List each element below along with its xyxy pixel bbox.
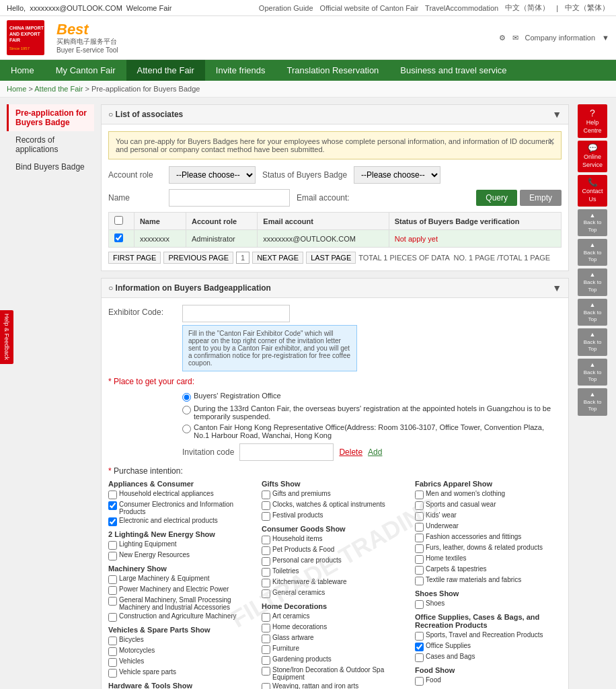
official-website-link[interactable]: Official website of Canton Fair — [320, 4, 419, 12]
sidebar-item-records[interactable]: Records of applications — [7, 131, 94, 158]
breadcrumb-home[interactable]: Home — [7, 85, 26, 93]
cb-textile-raw[interactable] — [415, 577, 424, 585]
cb-power-machinery[interactable] — [108, 586, 117, 595]
lang1-link[interactable]: 中文（简体） — [505, 3, 549, 13]
cb-consumer-electronics[interactable] — [108, 501, 117, 510]
cb-furs-leather[interactable] — [415, 544, 424, 553]
cb-toiletries[interactable] — [262, 568, 270, 577]
nav-my-canton-fair[interactable]: My Canton Fair — [45, 60, 126, 81]
cb-household-items[interactable] — [262, 536, 270, 544]
cb-household-electrical[interactable] — [108, 491, 117, 499]
contact-us-btn[interactable]: 📞 Contact Us — [578, 175, 607, 207]
cb-general-ceramics[interactable] — [262, 589, 270, 598]
invitation-code-input[interactable] — [239, 443, 334, 461]
nav-translation-reservation[interactable]: Translation Reservation — [276, 60, 390, 81]
cb-clocks[interactable] — [262, 501, 270, 510]
cb-vehicles[interactable] — [108, 658, 117, 667]
cb-sports-casual[interactable] — [415, 501, 424, 510]
cb-glass-artware[interactable] — [262, 634, 270, 643]
cb-new-energy[interactable] — [108, 552, 117, 560]
cb-festival[interactable] — [262, 512, 270, 521]
select-all-checkbox[interactable] — [114, 216, 123, 225]
cb-underwear[interactable] — [415, 523, 424, 532]
status-badge-select[interactable]: --Please choose-- Not apply yet Applied — [354, 166, 440, 184]
nav-invite-friends[interactable]: Invite friends — [205, 60, 276, 81]
gear-icon[interactable]: ⚙ — [499, 34, 506, 42]
radio-buyers-registration: Buyers' Registration Office — [182, 392, 562, 402]
section-associates-toggle[interactable]: ▼ — [552, 109, 562, 120]
back-to-top-btn-5[interactable]: ▲ Back to Top — [578, 328, 607, 355]
first-page-btn[interactable]: FIRST PAGE — [108, 252, 161, 264]
cat-item: Food — [415, 676, 562, 686]
purchase-intention-section: * Purchase intention: — [108, 466, 562, 476]
lang2-link[interactable]: 中文（繁体） — [565, 3, 609, 13]
breadcrumb-attend[interactable]: Attend the Fair — [34, 85, 83, 93]
company-info-btn[interactable]: Company information — [525, 34, 596, 42]
cb-cases-bags[interactable] — [415, 653, 424, 662]
cb-men-women-clothing[interactable] — [415, 491, 424, 499]
add-link[interactable]: Add — [368, 447, 382, 457]
cb-general-machinery[interactable] — [108, 597, 117, 606]
cb-motorcycles[interactable] — [108, 647, 117, 656]
mail-icon[interactable]: ✉ — [512, 34, 518, 42]
name-filter-input[interactable] — [169, 189, 290, 207]
cb-pet-food[interactable] — [262, 546, 270, 555]
cb-lighting-eq[interactable] — [108, 541, 117, 550]
cb-gifts-premiums[interactable] — [262, 491, 270, 499]
cb-large-machinery[interactable] — [108, 575, 117, 584]
cb-bicycles[interactable] — [108, 637, 117, 645]
back-to-top-btn-1[interactable]: ▲ Back to Top — [578, 209, 607, 236]
last-page-btn[interactable]: LAST PAGE — [306, 252, 356, 264]
cb-home-deco[interactable] — [262, 624, 270, 632]
cb-furniture[interactable] — [262, 645, 270, 654]
prev-page-btn[interactable]: PREVIOUS PAGE — [163, 252, 233, 264]
travel-link[interactable]: TravelAccommodation — [425, 4, 498, 12]
alert-close-btn[interactable]: ✕ — [547, 136, 555, 147]
radio-hk-office-input[interactable] — [182, 425, 191, 433]
delete-link[interactable]: Delete — [339, 447, 362, 457]
back-to-top-btn-4[interactable]: ▲ Back to Top — [578, 299, 607, 326]
cb-underwear-label: Underwear — [426, 522, 459, 530]
nav-business-travel[interactable]: Business and travel service — [389, 60, 517, 81]
account-role-select[interactable]: --Please choose-- Administrator — [169, 166, 256, 184]
empty-button[interactable]: Empty — [520, 190, 562, 206]
cb-electronic-electrical[interactable] — [108, 517, 117, 526]
cb-office-supplies[interactable] — [415, 643, 424, 651]
help-feedback-tab[interactable]: Help & Feedback — [0, 310, 13, 364]
cb-art-ceramics[interactable] — [262, 613, 270, 622]
cb-vehicle-spare[interactable] — [108, 669, 117, 678]
cb-shoes[interactable] — [415, 600, 424, 609]
sidebar-item-bind[interactable]: Bind Buyers Badge — [7, 158, 94, 176]
cb-construction[interactable] — [108, 613, 117, 622]
section-badge-toggle[interactable]: ▼ — [552, 283, 562, 293]
cb-personal-care[interactable] — [262, 557, 270, 566]
online-service-btn[interactable]: 💬 Online Service — [578, 141, 607, 172]
radio-suspended-input[interactable] — [182, 406, 191, 414]
next-page-btn[interactable]: NEXT PAGE — [252, 252, 303, 264]
cb-food[interactable] — [415, 677, 424, 686]
cb-stone-iron[interactable] — [262, 667, 270, 676]
cb-weaving[interactable] — [262, 683, 270, 689]
nav-home[interactable]: Home — [0, 60, 45, 81]
row-checkbox-cell[interactable] — [109, 230, 134, 248]
back-to-top-btn-7[interactable]: ▲ Back to Top — [578, 388, 607, 415]
cb-fashion-acc[interactable] — [415, 534, 424, 542]
sidebar-item-pre-application[interactable]: Pre-application for Buyers Badge — [7, 104, 94, 131]
back-to-top-btn-3[interactable]: ▲ Back to Top — [578, 268, 607, 295]
cb-carpets[interactable] — [415, 566, 424, 575]
cb-kids-wear[interactable] — [415, 512, 424, 521]
row-checkbox[interactable] — [114, 233, 123, 242]
cb-sports-travel[interactable] — [415, 632, 424, 641]
back-to-top-btn-2[interactable]: ▲ Back to Top — [578, 239, 607, 266]
exhibitor-code-input[interactable] — [182, 305, 290, 322]
cb-kitchenware[interactable] — [262, 579, 270, 587]
cb-art-ceramics-label: Art ceramics — [272, 612, 310, 620]
query-button[interactable]: Query — [476, 190, 517, 206]
radio-buyers-registration-input[interactable] — [182, 393, 191, 402]
back-to-top-btn-6[interactable]: ▲ Back to Top — [578, 359, 607, 386]
help-centre-btn[interactable]: ? Help Centre — [578, 104, 607, 138]
operation-guide-link[interactable]: Operation Guide — [259, 4, 313, 12]
cb-home-textiles[interactable] — [415, 555, 424, 564]
cb-gardening[interactable] — [262, 656, 270, 665]
nav-attend-the-fair[interactable]: Attend the Fair — [126, 60, 205, 81]
